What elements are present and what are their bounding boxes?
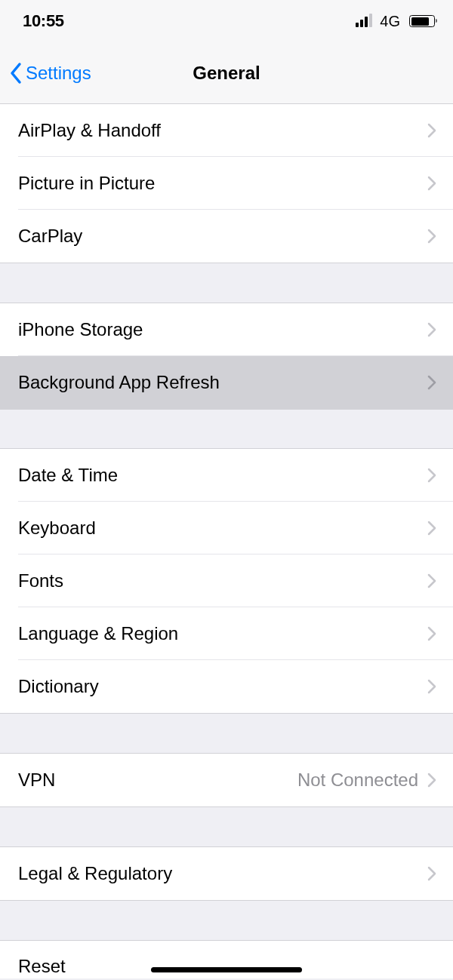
row-label: CarPlay <box>18 226 82 247</box>
row-reset[interactable]: Reset <box>0 941 453 978</box>
chevron-right-icon <box>427 626 436 641</box>
section-gap <box>0 409 453 448</box>
row-label: iPhone Storage <box>18 319 143 340</box>
chevron-right-icon <box>427 573 436 588</box>
network-label: 4G <box>380 13 400 30</box>
row-label: Keyboard <box>18 518 96 539</box>
row-label: Fonts <box>18 570 63 591</box>
status-time: 10:55 <box>23 11 64 31</box>
row-dictionary[interactable]: Dictionary <box>0 660 453 713</box>
row-label: AirPlay & Handoff <box>18 120 161 141</box>
signal-icon <box>356 15 372 27</box>
chevron-left-icon <box>9 62 23 84</box>
chevron-right-icon <box>427 521 436 536</box>
page-title: General <box>193 63 260 84</box>
row-label: Reset <box>18 956 66 977</box>
row-language-region[interactable]: Language & Region <box>0 607 453 660</box>
chevron-right-icon <box>427 123 436 138</box>
section-gap <box>0 901 453 940</box>
status-bar: 10:55 4G <box>0 0 453 42</box>
row-detail: Not Connected <box>297 770 418 791</box>
row-label: Legal & Regulatory <box>18 863 172 884</box>
chevron-right-icon <box>427 679 436 694</box>
row-picture-in-picture[interactable]: Picture in Picture <box>0 157 453 210</box>
list-section: VPN Not Connected <box>0 753 453 807</box>
chevron-right-icon <box>427 176 436 191</box>
row-label: Language & Region <box>18 623 178 644</box>
chevron-right-icon <box>427 322 436 337</box>
section-gap <box>0 807 453 846</box>
status-indicators: 4G <box>356 13 435 30</box>
home-indicator[interactable] <box>151 967 302 972</box>
row-fonts[interactable]: Fonts <box>0 555 453 607</box>
list-section: Reset <box>0 940 453 978</box>
back-label: Settings <box>26 63 91 84</box>
back-button[interactable]: Settings <box>0 62 91 84</box>
chevron-right-icon <box>427 375 436 390</box>
list-section: Date & Time Keyboard Fonts Language & Re… <box>0 448 453 714</box>
row-label: Date & Time <box>18 465 118 486</box>
navigation-bar: Settings General <box>0 42 453 104</box>
row-date-time[interactable]: Date & Time <box>0 449 453 502</box>
row-background-app-refresh[interactable]: Background App Refresh <box>0 356 453 409</box>
row-keyboard[interactable]: Keyboard <box>0 502 453 555</box>
list-section: Legal & Regulatory <box>0 846 453 901</box>
row-label: Dictionary <box>18 676 99 697</box>
chevron-right-icon <box>427 229 436 244</box>
row-carplay[interactable]: CarPlay <box>0 210 453 263</box>
row-legal-regulatory[interactable]: Legal & Regulatory <box>0 847 453 900</box>
row-vpn[interactable]: VPN Not Connected <box>0 754 453 806</box>
chevron-right-icon <box>427 773 436 788</box>
row-label: Background App Refresh <box>18 372 220 393</box>
row-airplay-handoff[interactable]: AirPlay & Handoff <box>0 104 453 157</box>
chevron-right-icon <box>427 866 436 881</box>
list-section: AirPlay & Handoff Picture in Picture Car… <box>0 104 453 263</box>
chevron-right-icon <box>427 468 436 483</box>
row-label: Picture in Picture <box>18 173 155 194</box>
battery-icon <box>409 15 435 27</box>
row-iphone-storage[interactable]: iPhone Storage <box>0 303 453 356</box>
section-gap <box>0 714 453 753</box>
list-section: iPhone Storage Background App Refresh <box>0 303 453 409</box>
section-gap <box>0 263 453 303</box>
row-label: VPN <box>18 770 55 791</box>
